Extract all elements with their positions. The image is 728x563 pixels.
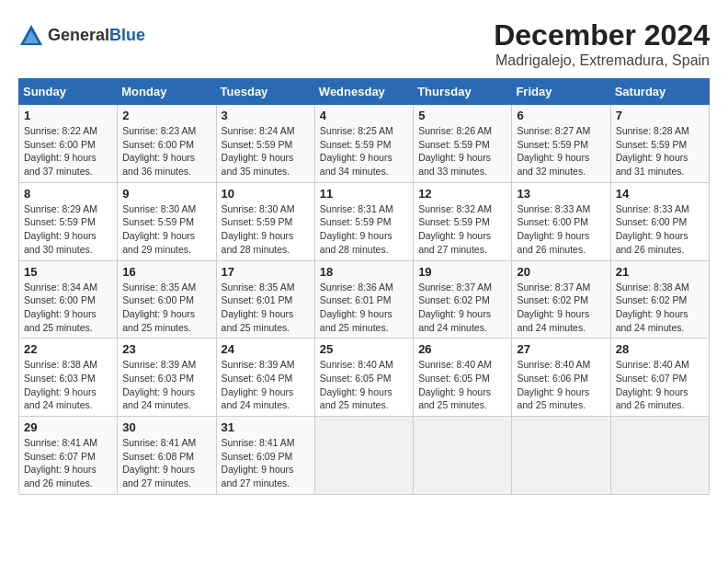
calendar-cell: 28Sunrise: 8:40 AMSunset: 6:07 PMDayligh… — [610, 339, 709, 417]
day-number: 16 — [122, 265, 210, 279]
calendar-cell: 8Sunrise: 8:29 AMSunset: 5:59 PMDaylight… — [19, 182, 118, 260]
day-info: Sunrise: 8:33 AMSunset: 6:00 PMDaylight:… — [517, 202, 605, 257]
calendar-cell: 12Sunrise: 8:32 AMSunset: 5:59 PMDayligh… — [414, 182, 512, 260]
day-number: 9 — [122, 187, 210, 201]
calendar-cell — [414, 417, 512, 495]
header-friday: Friday — [512, 79, 610, 105]
day-info: Sunrise: 8:40 AMSunset: 6:05 PMDaylight:… — [320, 358, 408, 412]
day-info: Sunrise: 8:40 AMSunset: 6:05 PMDaylight:… — [418, 358, 506, 412]
page-title: December 2024 — [494, 18, 710, 52]
day-number: 8 — [24, 187, 112, 201]
day-info: Sunrise: 8:39 AMSunset: 6:04 PMDaylight:… — [222, 358, 310, 412]
day-number: 10 — [222, 187, 310, 201]
calendar-cell: 14Sunrise: 8:33 AMSunset: 6:00 PMDayligh… — [610, 182, 709, 260]
day-number: 29 — [24, 420, 112, 434]
day-number: 19 — [418, 265, 506, 279]
calendar-cell: 27Sunrise: 8:40 AMSunset: 6:06 PMDayligh… — [512, 339, 610, 417]
calendar-cell: 7Sunrise: 8:28 AMSunset: 5:59 PMDaylight… — [610, 105, 709, 183]
day-info: Sunrise: 8:40 AMSunset: 6:07 PMDaylight:… — [616, 358, 704, 412]
day-number: 15 — [24, 265, 112, 279]
calendar-cell — [610, 417, 709, 495]
calendar-cell: 29Sunrise: 8:41 AMSunset: 6:07 PMDayligh… — [19, 417, 118, 495]
calendar-cell: 6Sunrise: 8:27 AMSunset: 5:59 PMDaylight… — [512, 105, 610, 183]
calendar-cell: 19Sunrise: 8:37 AMSunset: 6:02 PMDayligh… — [414, 260, 512, 339]
day-number: 7 — [616, 109, 704, 122]
calendar-cell: 20Sunrise: 8:37 AMSunset: 6:02 PMDayligh… — [512, 260, 610, 339]
title-block: December 2024 Madrigalejo, Extremadura, … — [494, 18, 710, 69]
day-info: Sunrise: 8:29 AMSunset: 5:59 PMDaylight:… — [24, 202, 112, 257]
calendar-cell: 25Sunrise: 8:40 AMSunset: 6:05 PMDayligh… — [314, 339, 413, 417]
day-number: 27 — [517, 342, 605, 356]
calendar-cell: 21Sunrise: 8:38 AMSunset: 6:02 PMDayligh… — [610, 260, 709, 339]
calendar-week-2: 8Sunrise: 8:29 AMSunset: 5:59 PMDaylight… — [19, 182, 710, 260]
calendar-cell: 15Sunrise: 8:34 AMSunset: 6:00 PMDayligh… — [19, 260, 118, 339]
day-info: Sunrise: 8:23 AMSunset: 6:00 PMDaylight:… — [122, 124, 210, 178]
day-info: Sunrise: 8:41 AMSunset: 6:09 PMDaylight:… — [222, 436, 310, 490]
day-info: Sunrise: 8:37 AMSunset: 6:02 PMDaylight:… — [517, 281, 605, 335]
day-number: 17 — [222, 265, 310, 279]
day-info: Sunrise: 8:31 AMSunset: 5:59 PMDaylight:… — [320, 202, 408, 257]
calendar-cell: 22Sunrise: 8:38 AMSunset: 6:03 PMDayligh… — [19, 339, 118, 417]
day-info: Sunrise: 8:30 AMSunset: 5:59 PMDaylight:… — [222, 202, 310, 257]
day-info: Sunrise: 8:24 AMSunset: 5:59 PMDaylight:… — [222, 124, 310, 178]
day-number: 21 — [616, 265, 704, 279]
day-number: 25 — [320, 342, 408, 356]
day-number: 11 — [320, 187, 408, 201]
header-saturday: Saturday — [610, 79, 709, 105]
day-number: 5 — [418, 109, 506, 122]
page-header: GeneralBlue December 2024 Madrigalejo, E… — [18, 18, 710, 69]
calendar-cell: 18Sunrise: 8:36 AMSunset: 6:01 PMDayligh… — [314, 260, 413, 339]
day-number: 22 — [24, 342, 112, 356]
calendar-week-3: 15Sunrise: 8:34 AMSunset: 6:00 PMDayligh… — [19, 260, 710, 339]
day-info: Sunrise: 8:36 AMSunset: 6:01 PMDaylight:… — [320, 281, 408, 335]
calendar-cell: 2Sunrise: 8:23 AMSunset: 6:00 PMDaylight… — [118, 105, 216, 183]
calendar-cell: 10Sunrise: 8:30 AMSunset: 5:59 PMDayligh… — [216, 182, 314, 260]
calendar-header-row: SundayMondayTuesdayWednesdayThursdayFrid… — [19, 79, 710, 105]
day-number: 18 — [320, 265, 408, 279]
calendar-cell: 31Sunrise: 8:41 AMSunset: 6:09 PMDayligh… — [216, 417, 314, 495]
day-info: Sunrise: 8:34 AMSunset: 6:00 PMDaylight:… — [24, 281, 112, 335]
day-number: 26 — [418, 342, 506, 356]
calendar-week-5: 29Sunrise: 8:41 AMSunset: 6:07 PMDayligh… — [19, 417, 710, 495]
day-number: 2 — [122, 109, 210, 122]
day-number: 30 — [122, 420, 210, 434]
calendar-cell: 4Sunrise: 8:25 AMSunset: 5:59 PMDaylight… — [314, 105, 413, 183]
calendar-cell: 3Sunrise: 8:24 AMSunset: 5:59 PMDaylight… — [216, 105, 314, 183]
day-number: 1 — [24, 109, 112, 122]
day-info: Sunrise: 8:35 AMSunset: 6:01 PMDaylight:… — [222, 281, 310, 335]
day-info: Sunrise: 8:25 AMSunset: 5:59 PMDaylight:… — [320, 124, 408, 178]
page-subtitle: Madrigalejo, Extremadura, Spain — [494, 52, 710, 69]
day-number: 13 — [517, 187, 605, 201]
calendar-cell: 23Sunrise: 8:39 AMSunset: 6:03 PMDayligh… — [118, 339, 216, 417]
calendar-cell: 24Sunrise: 8:39 AMSunset: 6:04 PMDayligh… — [216, 339, 314, 417]
day-number: 14 — [616, 187, 704, 201]
header-monday: Monday — [118, 79, 216, 105]
day-number: 12 — [418, 187, 506, 201]
calendar-cell — [512, 417, 610, 495]
day-info: Sunrise: 8:40 AMSunset: 6:06 PMDaylight:… — [517, 358, 605, 412]
day-number: 4 — [320, 109, 408, 122]
day-number: 31 — [222, 420, 310, 434]
day-info: Sunrise: 8:38 AMSunset: 6:02 PMDaylight:… — [616, 281, 704, 335]
day-number: 6 — [517, 109, 605, 122]
day-info: Sunrise: 8:33 AMSunset: 6:00 PMDaylight:… — [616, 202, 704, 257]
day-info: Sunrise: 8:32 AMSunset: 5:59 PMDaylight:… — [418, 202, 506, 257]
day-info: Sunrise: 8:26 AMSunset: 5:59 PMDaylight:… — [418, 124, 506, 178]
calendar-cell: 13Sunrise: 8:33 AMSunset: 6:00 PMDayligh… — [512, 182, 610, 260]
logo-icon — [18, 23, 44, 49]
day-info: Sunrise: 8:30 AMSunset: 5:59 PMDaylight:… — [122, 202, 210, 257]
day-info: Sunrise: 8:39 AMSunset: 6:03 PMDaylight:… — [122, 358, 210, 412]
calendar-cell — [314, 417, 413, 495]
calendar-cell: 1Sunrise: 8:22 AMSunset: 6:00 PMDaylight… — [19, 105, 118, 183]
day-number: 28 — [616, 342, 704, 356]
day-info: Sunrise: 8:22 AMSunset: 6:00 PMDaylight:… — [24, 124, 112, 178]
day-info: Sunrise: 8:28 AMSunset: 5:59 PMDaylight:… — [616, 124, 704, 178]
day-info: Sunrise: 8:37 AMSunset: 6:02 PMDaylight:… — [418, 281, 506, 335]
header-thursday: Thursday — [414, 79, 512, 105]
day-info: Sunrise: 8:41 AMSunset: 6:08 PMDaylight:… — [122, 436, 210, 490]
header-sunday: Sunday — [19, 79, 118, 105]
calendar-cell: 17Sunrise: 8:35 AMSunset: 6:01 PMDayligh… — [216, 260, 314, 339]
calendar-cell: 9Sunrise: 8:30 AMSunset: 5:59 PMDaylight… — [118, 182, 216, 260]
calendar-week-1: 1Sunrise: 8:22 AMSunset: 6:00 PMDaylight… — [19, 105, 710, 183]
day-number: 3 — [222, 109, 310, 122]
